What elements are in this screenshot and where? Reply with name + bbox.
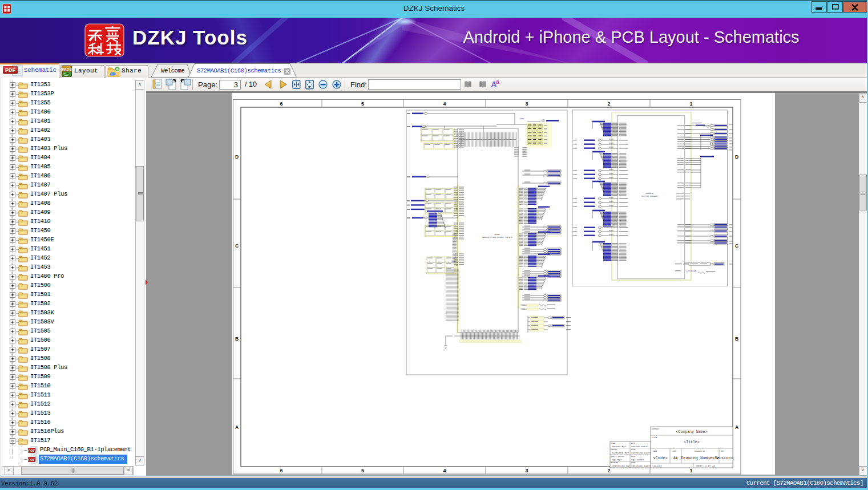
svg-text:2: 2 bbox=[607, 468, 610, 473]
svg-text:1: 1 bbox=[689, 468, 692, 473]
svg-text:PDF: PDF bbox=[29, 449, 35, 452]
svg-text:6: 6 bbox=[280, 101, 282, 107]
svg-text:A: A bbox=[235, 424, 239, 430]
svg-text:PADS: PADS bbox=[62, 67, 72, 71]
svg-text:PDF: PDF bbox=[29, 458, 35, 461]
svg-text:3: 3 bbox=[525, 468, 528, 473]
svg-text:<QC By>: <QC By> bbox=[612, 459, 622, 461]
svg-text:SHEET: 4 of 20: SHEET: 4 of 20 bbox=[696, 465, 715, 467]
svg-text:C: C bbox=[235, 243, 239, 249]
svg-text:3: 3 bbox=[525, 101, 528, 107]
svg-text:DATED: DATED bbox=[631, 443, 636, 444]
svg-text:PDF: PDF bbox=[5, 67, 16, 73]
svg-text:<Company Name>: <Company Name> bbox=[676, 430, 708, 434]
svg-text:DATED: DATED bbox=[631, 456, 636, 457]
svg-text:D: D bbox=[235, 154, 239, 160]
svg-text:DRAWN: DRAWN bbox=[611, 443, 616, 444]
svg-text:4: 4 bbox=[443, 101, 446, 107]
svg-text:6: 6 bbox=[280, 468, 282, 473]
svg-text:<Checked Date>: <Checked Date> bbox=[631, 452, 652, 454]
svg-text:CHECKED: CHECKED bbox=[611, 449, 617, 451]
svg-text:U6808-A: U6808-A bbox=[645, 192, 653, 195]
svg-text:Ak: Ak bbox=[673, 456, 678, 460]
svg-text:QUALITY CONTROL: QUALITY CONTROL bbox=[611, 456, 625, 457]
svg-text:REV: REV bbox=[721, 451, 724, 452]
svg-text:<Release Date>: <Release Date> bbox=[631, 465, 652, 467]
svg-text:<Code>: <Code> bbox=[653, 456, 667, 460]
svg-text:C: C bbox=[735, 243, 738, 249]
svg-text:DRAWING NO: DRAWING NO bbox=[695, 451, 705, 452]
svg-text:COMPANY:: COMPANY: bbox=[652, 428, 660, 430]
svg-text:L13/OC2AB: L13/OC2AB bbox=[686, 270, 696, 272]
svg-text:5: 5 bbox=[361, 101, 364, 107]
svg-text:<QC Date>: <QC Date> bbox=[631, 459, 644, 461]
svg-text:<Scale>: <Scale> bbox=[652, 465, 662, 467]
svg-text:A: A bbox=[735, 424, 738, 430]
svg-text:SCY7T40_CN04A08: SCY7T40_CN04A08 bbox=[641, 195, 658, 197]
svg-text:<Drawn Date>: <Drawn Date> bbox=[631, 446, 649, 448]
svg-text:<Released By>: <Released By> bbox=[612, 465, 631, 467]
svg-text:<Checked By>: <Checked By> bbox=[612, 452, 629, 454]
svg-text:SANDISK_E.NND_UFS083_TSG.A.0: SANDISK_E.NND_UFS083_TSG.A.0 bbox=[482, 236, 512, 238]
svg-text:RELEASED: RELEASED bbox=[611, 462, 619, 464]
svg-text:DATED: DATED bbox=[631, 462, 636, 464]
svg-text:TITLE:: TITLE: bbox=[652, 437, 658, 439]
svg-text:vision>: vision> bbox=[716, 456, 733, 460]
svg-text:CAGE: CAGE bbox=[653, 451, 657, 452]
svg-text:<Drawn By>: <Drawn By> bbox=[612, 446, 627, 448]
svg-text:SPK: SPK bbox=[520, 118, 524, 120]
svg-text:SIZE: SIZE bbox=[672, 451, 676, 452]
svg-text:B: B bbox=[235, 336, 239, 342]
svg-text:B: B bbox=[735, 336, 738, 342]
svg-text:Drawing Numbe<Re: Drawing Numbe<Re bbox=[681, 456, 719, 460]
svg-text:4: 4 bbox=[443, 468, 446, 473]
svg-text:<Title>: <Title> bbox=[684, 440, 699, 444]
svg-text:D: D bbox=[735, 154, 738, 160]
svg-text:U6800: U6800 bbox=[494, 233, 500, 236]
svg-text:DATED: DATED bbox=[631, 449, 636, 451]
svg-text:1: 1 bbox=[689, 101, 692, 107]
svg-text:2: 2 bbox=[607, 101, 610, 107]
svg-text:5: 5 bbox=[361, 468, 364, 473]
